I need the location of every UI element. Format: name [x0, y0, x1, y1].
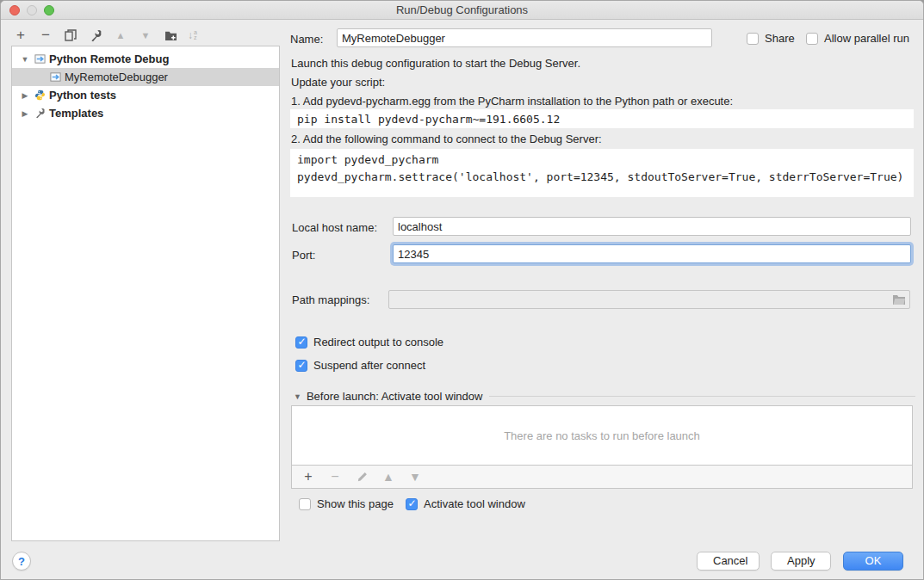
- suspend-after-checkbox[interactable]: [295, 360, 307, 372]
- cancel-button[interactable]: Cancel: [697, 552, 760, 571]
- expand-collapse-icon[interactable]: ▶: [20, 91, 30, 100]
- port-label: Port:: [292, 249, 315, 262]
- browse-folder-icon[interactable]: [889, 291, 909, 308]
- add-configuration-icon[interactable]: +: [13, 28, 28, 43]
- allow-parallel-run-checkbox[interactable]: [806, 33, 818, 45]
- tree-item-label: Python tests: [49, 89, 116, 102]
- name-row: Name:: [290, 33, 323, 46]
- suspend-after-label: Suspend after connect: [313, 359, 425, 372]
- expand-collapse-icon[interactable]: ▶: [20, 109, 30, 118]
- remove-task-icon: −: [327, 469, 343, 484]
- redirect-output-row: Redirect output to console: [295, 336, 443, 349]
- redirect-output-checkbox[interactable]: [295, 336, 307, 349]
- show-this-page-checkbox[interactable]: [299, 498, 311, 510]
- run-debug-configurations-dialog: Run/Debug Configurations + − ▲ ▼ ↓az ▼ P…: [0, 0, 924, 580]
- local-host-label: Local host name:: [292, 221, 377, 234]
- sort-configurations-icon: ↓az: [188, 29, 197, 41]
- task-toolbar: + − ▲ ▼: [291, 466, 913, 489]
- share-checkbox[interactable]: [747, 33, 759, 45]
- run-config-icon: [49, 71, 61, 83]
- tasks-empty-text: There are no tasks to run before launch: [504, 429, 700, 442]
- ok-button[interactable]: OK: [843, 552, 903, 571]
- edit-task-icon: [354, 469, 369, 484]
- before-launch-header[interactable]: ▼ Before launch: Activate tool window: [294, 390, 915, 403]
- python-icon: [34, 89, 46, 102]
- tree-item-label: Templates: [49, 107, 103, 120]
- edit-templates-icon[interactable]: [88, 28, 103, 43]
- share-checkbox-row: Share: [747, 32, 795, 45]
- path-mappings-field[interactable]: [388, 290, 910, 309]
- new-folder-icon[interactable]: [163, 28, 178, 43]
- suspend-after-row: Suspend after connect: [295, 359, 425, 372]
- settrace-code: import pydevd_pycharm pydevd_pycharm.set…: [290, 149, 914, 197]
- collapse-section-icon[interactable]: ▼: [294, 392, 301, 401]
- run-config-icon: [34, 53, 46, 65]
- activate-tool-window-label: Activate tool window: [424, 497, 525, 510]
- tree-item-label: MyRemoteDebugger: [65, 71, 168, 83]
- step2-text: 2. Add the following command to connect …: [291, 133, 602, 145]
- tree-item-python-tests[interactable]: ▶ Python tests: [12, 86, 279, 104]
- path-mappings-label: Path mappings:: [292, 293, 369, 306]
- tree-item-label: Python Remote Debug: [49, 52, 169, 65]
- tree-item-templates[interactable]: ▶ Templates: [12, 104, 279, 122]
- before-launch-task-list[interactable]: There are no tasks to run before launch: [291, 405, 913, 466]
- wrench-icon: [34, 108, 46, 120]
- move-task-up-icon: ▲: [381, 469, 396, 484]
- section-divider: [489, 396, 915, 397]
- activate-tool-window-checkbox[interactable]: [406, 498, 418, 510]
- move-task-down-icon: ▼: [407, 469, 423, 484]
- pip-install-code: pip install pydevd-pycharm~=191.6605.12: [290, 109, 914, 128]
- move-up-icon: ▲: [113, 28, 128, 43]
- title-bar: Run/Debug Configurations: [1, 1, 923, 20]
- launch-instruction-text: Launch this debug configuration to start…: [291, 57, 580, 70]
- name-input[interactable]: [337, 28, 712, 47]
- before-launch-title: Before launch: Activate tool window: [307, 390, 483, 403]
- local-host-input[interactable]: [393, 217, 911, 236]
- port-input[interactable]: [393, 244, 911, 263]
- show-this-page-row: Show this page: [299, 497, 394, 510]
- redirect-output-label: Redirect output to console: [313, 336, 443, 349]
- tree-item-python-remote-debug[interactable]: ▼ Python Remote Debug: [12, 50, 279, 68]
- allow-parallel-checkbox-row: Allow parallel run: [806, 32, 909, 45]
- remove-configuration-icon[interactable]: −: [38, 28, 53, 43]
- expand-collapse-icon[interactable]: ▼: [20, 55, 30, 64]
- move-down-icon: ▼: [138, 28, 153, 43]
- activate-tool-window-row: Activate tool window: [406, 497, 525, 510]
- share-label: Share: [765, 32, 795, 45]
- apply-button[interactable]: Apply: [771, 552, 831, 571]
- help-button[interactable]: ?: [12, 552, 31, 571]
- window-title: Run/Debug Configurations: [1, 3, 923, 16]
- step1-text: 1. Add pydevd-pycharm.egg from the PyCha…: [291, 95, 733, 108]
- name-label: Name:: [290, 33, 323, 46]
- update-script-text: Update your script:: [291, 76, 385, 89]
- allow-parallel-run-label: Allow parallel run: [824, 32, 909, 45]
- tree-item-myremotedebugger[interactable]: ▶ MyRemoteDebugger: [12, 68, 279, 86]
- show-this-page-label: Show this page: [317, 497, 394, 510]
- configurations-toolbar: + − ▲ ▼ ↓az: [13, 25, 197, 46]
- copy-configuration-icon[interactable]: [63, 28, 78, 43]
- configurations-tree: ▼ Python Remote Debug ▶ MyRemoteDebugger…: [11, 46, 280, 541]
- add-task-icon[interactable]: +: [301, 469, 316, 484]
